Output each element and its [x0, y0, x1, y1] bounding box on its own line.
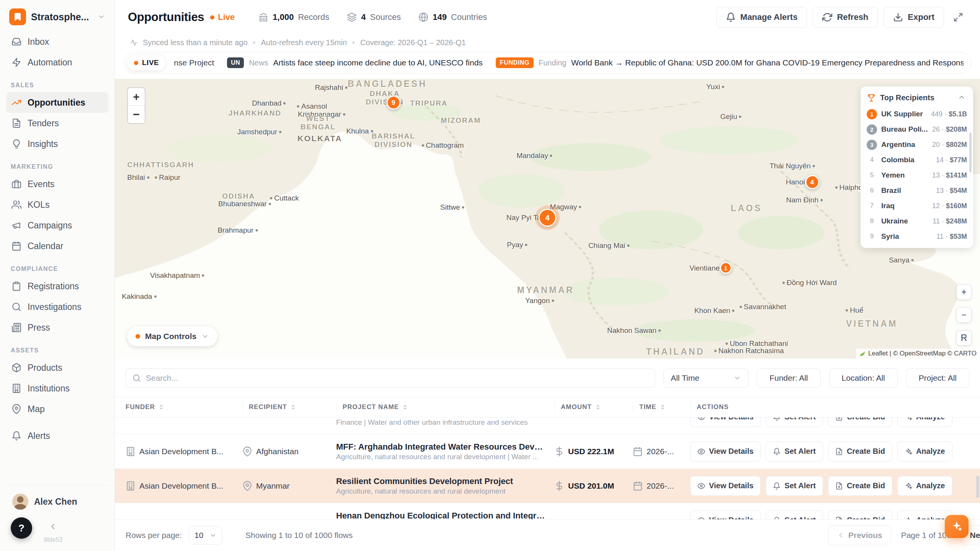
map-zoom-in-button-side[interactable]: +: [956, 284, 972, 300]
ai-assistant-button[interactable]: [945, 515, 969, 538]
sidebar-item-opportunities[interactable]: Opportunities: [6, 92, 108, 113]
column-header-time[interactable]: TIME: [633, 402, 690, 412]
header-actions: Manage AlertsRefreshExport: [716, 7, 944, 28]
manage-alerts-button[interactable]: Manage Alerts: [716, 7, 807, 28]
filter-chip-location-all[interactable]: Location: All: [829, 368, 898, 388]
export-button[interactable]: Export: [884, 7, 944, 28]
fullscreen-button[interactable]: [949, 8, 967, 26]
map[interactable]: RajshahiBANGLADESHDHAKA DIVISIONYuxiDhan…: [115, 79, 980, 359]
amount-cell: USD 201.0M: [554, 481, 633, 491]
sidebar-item-events[interactable]: Events: [6, 174, 108, 194]
sidebar-item-investigations[interactable]: Investigations: [6, 297, 108, 317]
recipient-row[interactable]: 4Colombia14 · $77M: [867, 152, 967, 168]
column-header-funder[interactable]: FUNDER: [126, 402, 242, 412]
create-bid-button[interactable]: Create Bid: [828, 510, 892, 520]
sidebar-item-tenders[interactable]: Tenders: [6, 113, 108, 134]
sidebar-item-calendar[interactable]: Calendar: [6, 236, 108, 256]
recipient-row[interactable]: 5Yemen13 · $141M: [867, 168, 967, 183]
filter-chip-project-all[interactable]: Project: All: [906, 368, 969, 388]
user-profile[interactable]: Alex Chen: [8, 491, 106, 517]
sidebar-item-campaigns[interactable]: Campaigns: [6, 215, 108, 236]
time-filter-select[interactable]: All Time: [663, 368, 748, 388]
sidebar-nav: InboxAutomationSALESOpportunitiesTenders…: [6, 31, 108, 485]
table-row[interactable]: Finance | Water and other urban infrastr…: [115, 417, 980, 434]
recipient-row[interactable]: 1UK Supplier449 · $5.1B: [867, 106, 967, 122]
ticker-text: World Bank → Republic of Ghana: USD 200.…: [571, 58, 964, 67]
analyze-button[interactable]: Analyze: [897, 510, 952, 520]
sidebar-footer: Alex Chen ? 9fde53: [6, 485, 108, 551]
analyze-button[interactable]: Analyze: [897, 417, 952, 427]
ticker-item: UNNewsArtists face steep income decline …: [227, 57, 483, 68]
chevron-down-icon: [201, 333, 209, 340]
sort-icon: [402, 404, 408, 410]
column-header-amount[interactable]: AMOUNT: [554, 402, 633, 412]
table-row[interactable]: Asian Development B...AfghanistanMFF: Ar…: [115, 434, 980, 469]
workspace-switcher[interactable]: Stratosphe...: [6, 7, 108, 31]
sidebar-item-products[interactable]: Products: [6, 357, 108, 378]
collapse-sidebar-button[interactable]: [44, 519, 61, 534]
sidebar-item-registrations[interactable]: Registrations: [6, 276, 108, 297]
recipient-row[interactable]: 2Bureau Poli...26 · $208M: [867, 122, 967, 137]
table-row[interactable]: Henan Dengzhou Ecological Protection and…: [115, 503, 980, 519]
refresh-button[interactable]: Refresh: [813, 7, 878, 28]
recipient-row[interactable]: 10: [867, 244, 967, 246]
view-details-button[interactable]: View Details: [690, 442, 761, 461]
view-details-button[interactable]: View Details: [690, 417, 761, 427]
analyze-button[interactable]: Analyze: [897, 442, 952, 461]
create-bid-button[interactable]: Create Bid: [828, 442, 892, 461]
search-input[interactable]: [146, 373, 648, 383]
map-zoom-out-button-side[interactable]: −: [956, 307, 972, 323]
create-bid-button[interactable]: Create Bid: [828, 417, 892, 427]
recipient-name: Argentina: [881, 140, 928, 149]
column-header-project-name[interactable]: PROJECT NAME: [336, 402, 554, 412]
actions-cell: View DetailsSet AlertCreate BidAnalyze: [690, 476, 969, 496]
set-alert-button[interactable]: Set Alert: [766, 417, 823, 427]
stat-label: Sources: [370, 12, 401, 22]
column-header-recipient[interactable]: RECIPIENT: [242, 402, 336, 412]
map-cluster-marker[interactable]: 1: [720, 262, 732, 274]
recipient-stats: 11 · $53M: [936, 233, 967, 241]
map-cluster-marker[interactable]: 9: [386, 96, 400, 110]
view-details-button[interactable]: View Details: [690, 510, 761, 520]
sidebar-item-inbox[interactable]: Inbox: [6, 31, 108, 52]
map-cluster-marker[interactable]: 4: [805, 175, 819, 189]
map-zoom-out-button[interactable]: −: [128, 106, 145, 123]
recipient-row[interactable]: 6Brazil13 · $54M: [867, 183, 967, 198]
collapse-recipients-button[interactable]: [956, 92, 967, 103]
recipient-row[interactable]: 7Iraq12 · $160M: [867, 198, 967, 214]
map-cluster-marker[interactable]: 4: [539, 209, 557, 227]
map-reset-button[interactable]: R: [956, 330, 972, 346]
set-alert-button[interactable]: Set Alert: [766, 476, 823, 496]
recipient-row[interactable]: 9Syria11 · $53M: [867, 229, 967, 244]
create-bid-button[interactable]: Create Bid: [828, 476, 892, 496]
sidebar-item-press[interactable]: Press: [6, 317, 108, 338]
sidebar-item-map[interactable]: Map: [6, 399, 108, 419]
table-row[interactable]: Asian Development B...MyanmarResilient C…: [115, 469, 980, 503]
recipients-scrollbar[interactable]: [969, 132, 972, 173]
set-alert-button[interactable]: Set Alert: [766, 510, 823, 520]
recipient-row[interactable]: 8Ukraine11 · $248M: [867, 214, 967, 229]
sidebar-item-alerts[interactable]: Alerts: [6, 425, 108, 446]
sidebar-item-insights[interactable]: Insights: [6, 134, 108, 154]
sidebar-item-automation[interactable]: Automation: [6, 52, 108, 73]
time-value: 2026-...: [647, 481, 674, 491]
sidebar-item-institutions[interactable]: Institutions: [6, 378, 108, 399]
map-side-controls: + − R: [956, 284, 972, 346]
previous-page-button[interactable]: Previous: [828, 525, 891, 545]
button-label: Manage Alerts: [740, 12, 798, 22]
recipient-row[interactable]: 3Argentina20 · $802M: [867, 137, 967, 152]
inbox-icon: [11, 37, 21, 47]
column-label: AMOUNT: [561, 403, 592, 411]
table-scrollbar[interactable]: [976, 476, 979, 498]
map-zoom-in-button[interactable]: +: [128, 88, 145, 106]
search-box: [126, 368, 655, 388]
view-details-button[interactable]: View Details: [690, 476, 761, 496]
map-controls-button[interactable]: Map Controls: [127, 326, 217, 346]
sidebar-item-kols[interactable]: KOLs: [6, 194, 108, 215]
rows-per-page-select[interactable]: 10: [189, 526, 222, 544]
set-alert-button[interactable]: Set Alert: [766, 442, 823, 461]
filter-chip-funder-all[interactable]: Funder: All: [757, 368, 820, 388]
analyze-button[interactable]: Analyze: [897, 476, 952, 496]
help-button[interactable]: ?: [11, 517, 32, 539]
column-label: RECIPIENT: [249, 403, 287, 411]
